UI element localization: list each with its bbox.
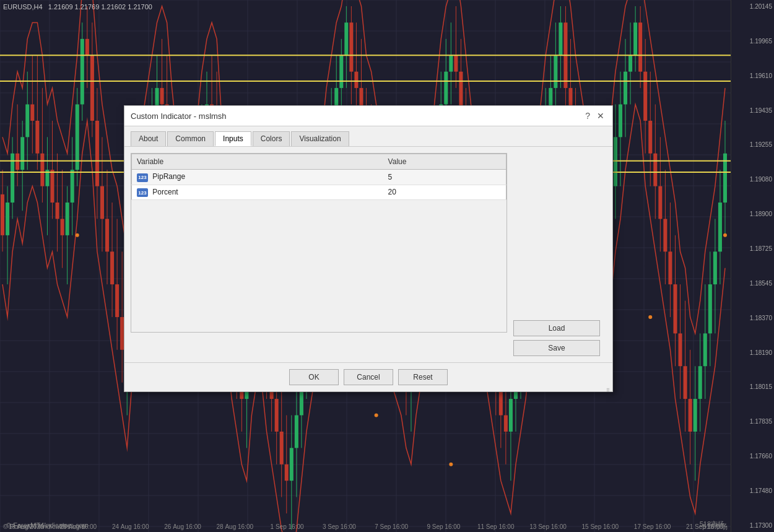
dialog-titlebar: Custom Indicator - mslmsh ? ✕ <box>124 106 612 126</box>
table-row[interactable]: 123 PipRange 5 <box>132 170 507 185</box>
chart-container: EURUSD,H4 1.21609 1.21769 1.21602 1.2170… <box>0 0 774 532</box>
symbol-label: EURUSD,H4 <box>3 3 43 11</box>
price-11: 1.18190 <box>733 349 772 356</box>
help-button[interactable]: ? <box>583 111 592 121</box>
tab-visualization[interactable]: Visualization <box>291 131 349 146</box>
variable-cell: 123 Porcent <box>132 185 383 200</box>
price-8: 1.18725 <box>733 245 772 252</box>
tab-inputs[interactable]: Inputs <box>215 131 251 146</box>
variable-name: PipRange <box>152 172 185 181</box>
table-wrapper: Variable Value 123 PipRange 5 123 Porce <box>131 153 507 333</box>
price-10: 1.18370 <box>733 315 772 321</box>
dialog-body: Variable Value 123 PipRange 5 123 Porce <box>124 147 612 362</box>
value-cell[interactable]: 5 <box>383 170 507 185</box>
indicator-dialog: Custom Indicator - mslmsh ? ✕ About Comm… <box>124 105 613 392</box>
col-variable-header: Variable <box>132 154 383 170</box>
price-5: 1.19255 <box>733 141 772 148</box>
watermark-right: 518市场 <box>700 520 724 529</box>
price-4: 1.19435 <box>733 107 772 114</box>
variable-name: Porcent <box>152 188 178 196</box>
price-12: 1.18015 <box>733 383 772 390</box>
ok-button[interactable]: OK <box>289 369 339 385</box>
watermark-left: © ForexMT4Indicators.com <box>6 521 89 529</box>
dialog-controls: ? ✕ <box>583 111 606 121</box>
close-button[interactable]: ✕ <box>595 111 606 121</box>
price-axis: 1.20145 1.19965 1.19610 1.19435 1.19255 … <box>731 0 774 532</box>
tab-common[interactable]: Common <box>167 131 214 146</box>
var-icon: 123 <box>137 188 148 197</box>
price-6: 1.19080 <box>733 176 772 183</box>
table-section: Variable Value 123 PipRange 5 123 Porce <box>131 153 507 356</box>
price-15: 1.17480 <box>733 487 772 494</box>
tab-about[interactable]: About <box>131 131 166 146</box>
body-content: Variable Value 123 PipRange 5 123 Porce <box>131 153 606 356</box>
price-3: 1.19610 <box>733 72 772 79</box>
side-buttons-group: Load Save <box>513 320 606 356</box>
horizontal-line-1 <box>0 81 731 82</box>
tab-colors[interactable]: Colors <box>253 131 290 146</box>
save-button[interactable]: Save <box>513 340 600 356</box>
price-1: 1.20145 <box>733 3 772 10</box>
resize-handle[interactable]: ⠿ <box>606 385 612 391</box>
price-7: 1.18900 <box>733 211 772 217</box>
price-9: 1.18545 <box>733 280 772 287</box>
value-cell[interactable]: 20 <box>383 185 507 200</box>
cancel-button[interactable]: Cancel <box>344 369 393 385</box>
reset-button[interactable]: Reset <box>398 369 448 385</box>
table-body: 123 PipRange 5 123 Porcent 20 <box>132 170 507 200</box>
ohlc-info: EURUSD,H4 1.21609 1.21769 1.21602 1.2170… <box>3 3 152 11</box>
table-row[interactable]: 123 Porcent 20 <box>132 185 507 200</box>
variable-cell: 123 PipRange <box>132 170 383 185</box>
price-14: 1.17660 <box>733 453 772 460</box>
var-icon: 123 <box>137 173 148 182</box>
variables-table: Variable Value 123 PipRange 5 123 Porce <box>131 154 507 200</box>
col-value-header: Value <box>383 154 507 170</box>
dialog-tabs: About Common Inputs Colors Visualization <box>124 126 612 147</box>
ohlc-values: 1.21609 1.21769 1.21602 1.21700 <box>48 3 152 11</box>
price-2: 1.19965 <box>733 38 772 45</box>
dialog-title: Custom Indicator - mslmsh <box>131 111 227 121</box>
load-button[interactable]: Load <box>513 320 600 336</box>
dialog-footer: OK Cancel Reset <box>124 362 612 391</box>
price-16: 1.17300 <box>733 522 772 529</box>
table-header-row: Variable Value <box>132 154 507 170</box>
side-section: Load Save <box>513 153 606 356</box>
price-13: 1.17835 <box>733 418 772 425</box>
